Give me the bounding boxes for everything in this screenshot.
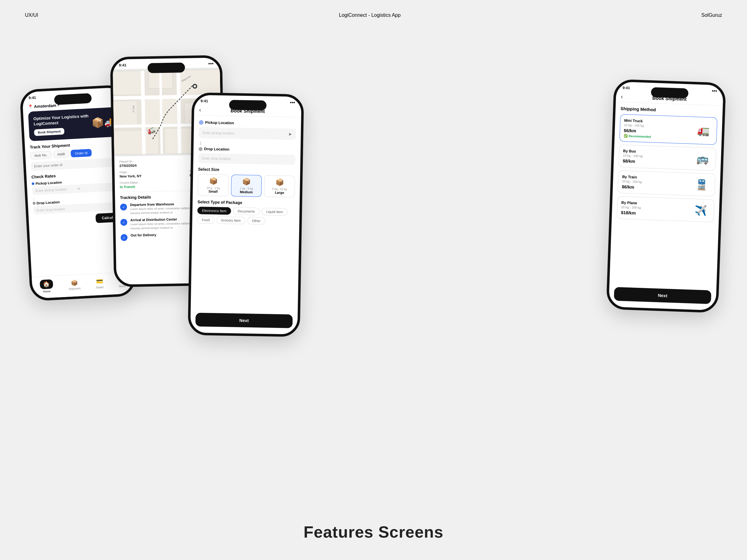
check-icon: ✓ — [122, 205, 125, 209]
size-medium[interactable]: 📦 1 kg - 5 kg Medium — [231, 175, 262, 197]
size-large[interactable]: 📦 5 kg - 10 kg Large — [264, 175, 295, 197]
calculate-row: Calculate — [34, 212, 125, 226]
phone3-frame: 9:41 ▪▪▪ ‹ Book Shipment ◎ Pickup Locati… — [188, 92, 304, 337]
event-icon-1: ✓ — [121, 219, 127, 226]
plane-illustration: ✈️ — [691, 203, 710, 217]
pickup-placeholder: Enter pickup location — [35, 187, 77, 193]
nav-wallet[interactable]: 💳 Wallet — [96, 278, 104, 289]
phone3-drop-group: ◎ Drop Location Enter drop location — [198, 146, 296, 165]
phone4-frame: 9:41 ▪▪▪ ‹ Book Shipment Shipping Method… — [606, 79, 726, 313]
event-icon-0: ✓ — [120, 204, 127, 210]
bus-info: By Bus 10 kg - 100 kg $8/km — [623, 149, 643, 164]
check-icon-2: ✓ — [123, 236, 125, 240]
phone3-pickup-input[interactable]: Enter pickup location ➤ — [199, 127, 296, 140]
svg-line-9 — [143, 71, 144, 154]
event-icon-2: ✓ — [121, 234, 128, 241]
tab-order-id[interactable]: Order Id — [71, 149, 92, 157]
check-icon-1: ✓ — [122, 220, 125, 224]
header-right: SolGuruz — [701, 12, 722, 18]
small-box-icon: 📦 — [201, 177, 226, 185]
dashed-connector — [34, 197, 34, 201]
wallet-icon: 💳 — [96, 278, 103, 285]
tag-other[interactable]: Other — [247, 217, 265, 224]
recommended-badge: ✅ Recommended — [623, 134, 651, 138]
home-icon: 🏠 — [40, 279, 53, 289]
placed-on-group: Placed On : 27/02/2024 — [119, 160, 136, 168]
bus-illustration: 🚌 — [693, 152, 712, 166]
package-tags: Electronics Item Documents Liquid Item F… — [197, 207, 294, 225]
train-info: By Train 10 kg - 100 kg $6/km — [622, 175, 642, 190]
phone2-status-icons: ▪▪▪ — [208, 61, 213, 66]
tab-mob-no[interactable]: Mob No. — [30, 151, 52, 160]
train-illustration: 🚆 — [692, 177, 711, 192]
tag-documents[interactable]: Documents — [233, 207, 260, 215]
svg-line-13 — [160, 71, 162, 154]
location-label: 📍 Amsterdam ▾ — [28, 103, 59, 109]
phone4-notch — [651, 87, 689, 98]
phone3-pickup-group: ◎ Pickup Location Enter pickup location … — [199, 119, 296, 140]
select-size-title: Select Size — [198, 167, 295, 173]
drop-location-icon: ◎ — [199, 146, 202, 151]
phone3-time: 9:41 — [201, 99, 208, 103]
origin-group: Origin : New York, NY — [120, 170, 141, 178]
phone3-dashed-connector — [200, 141, 201, 145]
order-id-search-row: 🔍 — [31, 157, 122, 171]
size-options: 📦 10 g - 1 kg Small 📦 1 kg - 5 kg Medium… — [198, 174, 295, 197]
mini-truck-info: Mini Truck 10 kg - 100 kg $6/km ✅ Recomm… — [623, 118, 651, 138]
phone2-time: 9:41 — [119, 63, 126, 67]
phone4-time: 9:41 — [622, 85, 630, 90]
tag-liquid[interactable]: Liquid Item — [261, 208, 288, 216]
promo-card: Optimize Your Logistics with LogiConnect… — [28, 107, 121, 141]
size-small[interactable]: 📦 10 g - 1 kg Small — [198, 174, 229, 196]
header: UX/UI LogiConnect - Logistics App SolGur… — [0, 0, 747, 24]
check-rates-section: Check Rates Pickup Location Enter pickup… — [31, 170, 125, 226]
shipping-option-plane[interactable]: By Plane 10 kg - 100 kg $18/km ✈️ — [617, 196, 714, 222]
phone3-drop-input[interactable]: Enter drop location — [198, 153, 296, 165]
book-shipment-promo-button[interactable]: Book Shipment — [34, 128, 65, 136]
shipping-method-title: Shipping Method — [620, 106, 717, 114]
tag-electronics[interactable]: Electronics Item — [197, 207, 231, 215]
package-type-title: Select Type of Package — [198, 199, 295, 206]
phone3-wrapper: 9:41 ▪▪▪ ‹ Book Shipment ◎ Pickup Locati… — [188, 92, 304, 337]
pickup-location-group: Pickup Location Enter pickup location ➤ — [32, 177, 123, 195]
phone3-book-content: ◎ Pickup Location Enter pickup location … — [192, 115, 301, 233]
pickup-dot-icon — [32, 182, 34, 185]
svg-rect-1 — [113, 71, 143, 95]
header-left: UX/UI — [25, 12, 38, 18]
tag-food[interactable]: Food — [197, 216, 214, 224]
phone3-nav-arrow-icon: ➤ — [288, 132, 292, 137]
svg-rect-7 — [114, 130, 159, 155]
nav-home[interactable]: 🏠 Home — [40, 279, 53, 293]
back-button[interactable]: ‹ — [199, 107, 201, 113]
track-tabs: Mob No. AWB Order Id — [30, 147, 121, 159]
location-pin-icon: 📍 — [28, 104, 33, 109]
phone3-pickup-label: ◎ Pickup Location — [199, 119, 296, 127]
pickup-location-icon: ◎ — [199, 119, 203, 125]
large-box-icon: 📦 — [267, 178, 292, 186]
order-id-input[interactable] — [34, 160, 113, 168]
phone2-notch — [148, 62, 185, 73]
header-center: LogiConnect - Logistics App — [339, 12, 401, 18]
phone4-back-button[interactable]: ‹ — [621, 94, 623, 100]
drop-location-group: Drop Location Enter drop location — [33, 196, 124, 214]
mini-truck-illustration: 🚛 — [694, 124, 713, 138]
shipping-option-bus[interactable]: By Bus 10 kg - 100 kg $8/km 🚌 — [618, 145, 716, 171]
check-circle-icon: ✅ — [623, 134, 627, 137]
medium-box-icon: 📦 — [234, 177, 259, 186]
shipping-option-train[interactable]: By Train 10 kg - 100 kg $6/km 🚆 — [618, 170, 715, 196]
phone3-drop-label: ◎ Drop Location — [199, 146, 296, 153]
svg-line-10 — [178, 70, 180, 154]
phone3-notch — [229, 100, 267, 110]
shipping-section: Shipping Method Mini Truck 10 kg - 100 k… — [612, 102, 723, 229]
svg-text:Jl. Dak: Jl. Dak — [132, 105, 135, 113]
phones-area: 9:41 ▪▪▪ 📍 Amsterdam ▾ 🔔 Optimi — [0, 31, 747, 523]
phone4-next-button[interactable]: Next — [614, 287, 711, 304]
shipping-option-mini-truck[interactable]: Mini Truck 10 kg - 100 kg $6/km ✅ Recomm… — [619, 114, 717, 145]
phone3-next-button[interactable]: Next — [196, 313, 293, 328]
nav-shipment[interactable]: 📦 Shipment — [68, 279, 81, 291]
footer-text: Features Screens — [304, 523, 443, 541]
drop-placeholder: Enter drop location — [36, 204, 121, 212]
tab-awb[interactable]: AWB — [53, 150, 69, 158]
tag-grocery[interactable]: Grocery Item — [216, 216, 246, 224]
shipment-icon: 📦 — [71, 279, 78, 286]
